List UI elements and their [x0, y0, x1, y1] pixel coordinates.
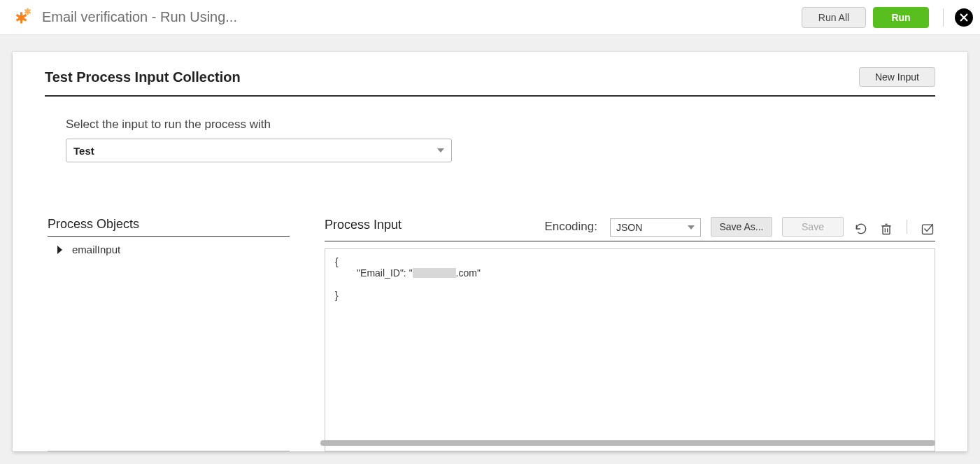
close-icon [960, 13, 968, 22]
process-objects-panel: Process Objects emailInput [45, 217, 290, 451]
process-input-panel: Process Input Encoding: JSON Save As... … [325, 217, 935, 451]
delete-button[interactable] [879, 221, 894, 237]
topbar: Email verification - Run Using... Run Al… [0, 0, 980, 35]
trash-icon [879, 222, 893, 236]
horizontal-scrollbar[interactable] [320, 440, 935, 446]
dialog-title: Test Process Input Collection [45, 69, 241, 85]
undo-icon [854, 222, 868, 236]
input-select-value: Test [73, 145, 94, 157]
validate-button[interactable] [920, 221, 935, 237]
process-objects-title: Process Objects [48, 217, 290, 236]
process-input-code[interactable]: { "Email_ID": ".com" } [325, 249, 935, 451]
topbar-actions: Run All Run [802, 7, 973, 28]
process-objects-bottom-rule [48, 451, 290, 451]
encoding-select-value: JSON [616, 222, 642, 233]
input-select-label: Select the input to run the process with [66, 118, 935, 132]
save-button[interactable]: Save [782, 217, 844, 237]
caret-right-icon [57, 246, 62, 254]
check-box-icon [921, 222, 935, 236]
process-objects-tree: emailInput [48, 237, 290, 346]
chevron-down-icon [688, 225, 695, 230]
process-input-rule [325, 241, 935, 241]
gears-icon [14, 6, 32, 28]
new-input-button[interactable]: New Input [859, 67, 935, 87]
topbar-separator [943, 8, 944, 27]
stage: Test Process Input Collection New Input … [0, 35, 980, 464]
horizontal-scrollbar-thumb[interactable] [320, 440, 935, 446]
icon-divider [907, 220, 907, 234]
dialog: Test Process Input Collection New Input … [13, 52, 967, 451]
run-all-button[interactable]: Run All [802, 7, 866, 28]
process-input-header: Process Input Encoding: JSON Save As... … [325, 217, 935, 241]
window-title: Email verification - Run Using... [42, 9, 237, 25]
svg-rect-10 [883, 226, 890, 234]
redacted-text [413, 268, 456, 278]
input-select[interactable]: Test [66, 139, 452, 162]
encoding-select[interactable]: JSON [610, 218, 701, 237]
save-as-button[interactable]: Save As... [711, 217, 772, 237]
dialog-body: Process Objects emailInput Process Input… [45, 217, 935, 451]
chevron-down-icon [437, 148, 444, 153]
run-button[interactable]: Run [873, 7, 929, 28]
close-button[interactable] [955, 8, 973, 27]
undo-button[interactable] [853, 221, 869, 237]
input-select-row: Select the input to run the process with… [45, 118, 935, 162]
encoding-label: Encoding: [544, 220, 597, 234]
dialog-title-area: Email verification - Run Using... [14, 6, 237, 28]
process-input-title: Process Input [325, 218, 402, 237]
process-input-editor[interactable]: { "Email_ID": ".com" } [325, 248, 935, 451]
tree-item-label: emailInput [72, 244, 120, 255]
dialog-header: Test Process Input Collection New Input [45, 67, 935, 97]
tree-item-emailinput[interactable]: emailInput [57, 244, 290, 255]
